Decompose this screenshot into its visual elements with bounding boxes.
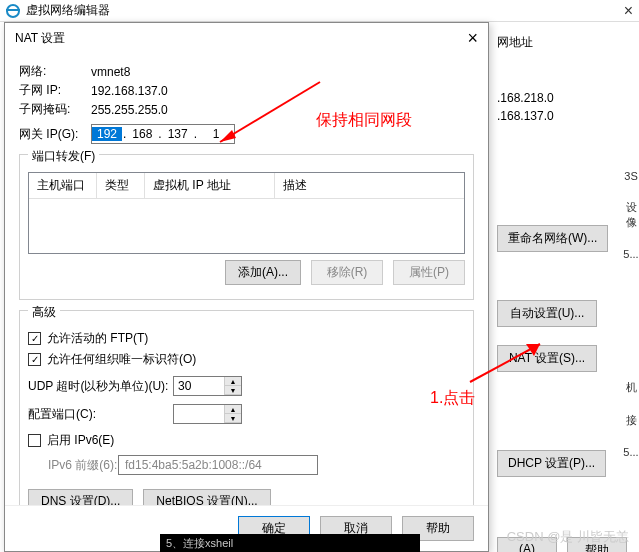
bg-ip-1: .168.218.0 [497,91,627,105]
port-forward-table[interactable]: 主机端口 类型 虚拟机 IP 地址 描述 [28,172,465,254]
dhcp-settings-button[interactable]: DHCP 设置(P)... [497,450,606,477]
spin-down-icon[interactable]: ▼ [225,386,241,395]
network-value: vmnet8 [91,65,130,79]
port-forward-title: 端口转发(F) [28,148,99,165]
subnet-mask-label: 子网掩码: [19,101,91,118]
rename-network-button[interactable]: 重命名网络(W)... [497,225,608,252]
watermark: CSDN @是 川皆无恙 [507,528,629,546]
ip-octet-4[interactable]: 1 [198,127,234,141]
side-char: 机 [623,380,639,395]
ipv6-checkbox[interactable] [28,434,41,447]
udp-timeout-stepper[interactable]: ▲▼ [173,376,242,396]
dns-settings-button[interactable]: DNS 设置(D)... [28,489,133,505]
subnet-ip-label: 子网 IP: [19,82,91,99]
parent-close-icon[interactable]: × [624,2,633,20]
dialog-title: NAT 设置 [15,30,65,47]
col-host-port[interactable]: 主机端口 [29,173,97,198]
ipv6-prefix-label: IPv6 前缀(6): [28,457,118,474]
side-char: 设像 [623,200,639,230]
auto-settings-button[interactable]: 自动设置(U)... [497,300,597,327]
subnet-ip-value: 192.168.137.0 [91,84,168,98]
side-char: 3S [623,170,639,182]
annotation-same-segment: 保持相同网段 [316,110,412,131]
network-label: 网络: [19,63,91,80]
parent-title: 虚拟网络编辑器 [26,2,110,19]
side-char: 接 [623,413,639,428]
udp-timeout-input[interactable] [174,377,224,395]
spin-up-icon[interactable]: ▲ [225,405,241,414]
col-type[interactable]: 类型 [97,173,145,198]
ftp-checkbox[interactable]: ✓ [28,332,41,345]
config-port-stepper[interactable]: ▲▼ [173,404,242,424]
bg-heading: 网地址 [497,34,627,51]
remove-button: 移除(R) [311,260,383,285]
col-desc[interactable]: 描述 [275,173,464,198]
udp-timeout-label: UDP 超时(以秒为单位)(U): [28,378,173,395]
ip-octet-2[interactable]: 168 [127,127,157,141]
nat-settings-button[interactable]: NAT 设置(S)... [497,345,597,372]
annotation-click: 1.点击 [430,388,475,409]
ip-octet-1[interactable]: 192 [92,127,122,141]
ip-octet-3[interactable]: 137 [163,127,193,141]
ipv6-label: 启用 IPv6(E) [47,432,114,449]
gateway-ip-input[interactable]: 192. 168. 137. 1 [91,124,235,144]
close-icon[interactable]: × [467,28,478,49]
nat-settings-dialog: NAT 设置 × 网络:vmnet8 子网 IP:192.168.137.0 子… [4,22,489,552]
ftp-label: 允许活动的 FTP(T) [47,330,148,347]
org-label: 允许任何组织唯一标识符(O) [47,351,196,368]
side-char: 5... [623,446,639,458]
spin-down-icon[interactable]: ▼ [225,414,241,423]
add-button[interactable]: 添加(A)... [225,260,301,285]
properties-button: 属性(P) [393,260,465,285]
bg-ip-2: .168.137.0 [497,109,627,123]
subnet-mask-value: 255.255.255.0 [91,103,168,117]
ipv6-prefix-input: fd15:4ba5:5a2b:1008::/64 [118,455,318,475]
config-port-label: 配置端口(C): [28,406,173,423]
side-char: 5... [623,248,639,260]
gateway-ip-label: 网关 IP(G): [19,126,91,143]
config-port-input[interactable] [174,405,224,423]
spin-up-icon[interactable]: ▲ [225,377,241,386]
netbios-settings-button[interactable]: NetBIOS 设置(N)... [143,489,270,505]
org-checkbox[interactable]: ✓ [28,353,41,366]
terminal-strip: 5、连接xsheil [160,534,420,552]
advanced-title: 高级 [28,304,60,321]
col-vm-ip[interactable]: 虚拟机 IP 地址 [145,173,275,198]
app-icon [6,4,20,18]
